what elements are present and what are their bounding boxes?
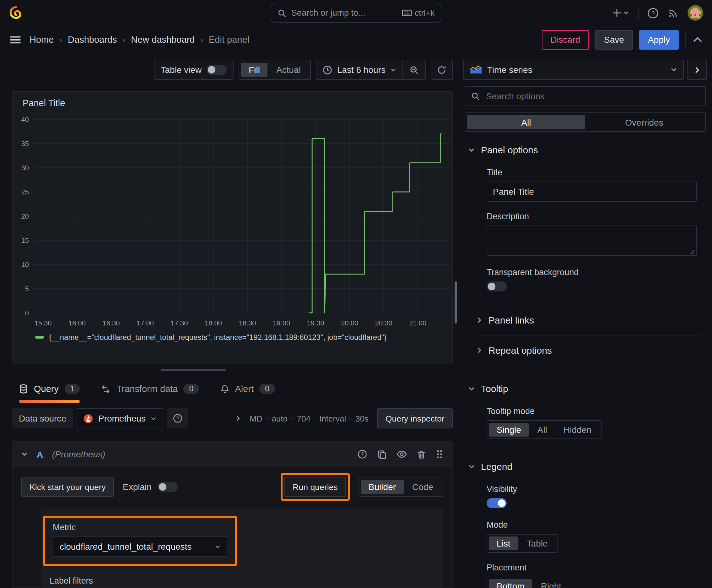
fill-option[interactable]: Fill [241,63,267,77]
copy-icon [377,449,387,459]
time-range-label: Last 6 hours [337,65,386,75]
grafana-logo[interactable] [9,6,23,20]
keyboard-icon [402,9,412,16]
tooltip-mode-hidden[interactable]: Hidden [556,423,599,437]
refresh-button[interactable] [431,60,453,80]
label-filters-label: Label filters [50,576,434,586]
hide-query-button[interactable] [397,450,407,459]
svg-text:?: ? [176,416,179,421]
svg-text:20: 20 [21,212,29,220]
zoom-out-icon [409,65,419,75]
explain-control: Explain [123,482,178,492]
user-avatar[interactable] [688,5,703,21]
tab-alert-count: 0 [259,384,275,394]
mega-menu-button[interactable] [9,34,22,45]
tooltip-header[interactable]: Tooltip [458,374,712,400]
legend-placement-right[interactable]: Right [533,579,569,588]
panel-preview[interactable]: Panel Title 051015202530354015:3016:0016… [12,91,453,364]
svg-text:19:00: 19:00 [273,319,290,327]
refresh-icon [437,65,447,75]
legend-mode-switcher: List Table [487,534,558,553]
datasource-picker[interactable]: Prometheus [77,408,163,428]
visualization-picker[interactable]: Time series [463,60,684,80]
actual-option[interactable]: Actual [269,63,308,77]
panel-options-header[interactable]: Panel options [458,136,712,162]
query-help-button[interactable]: ? [357,449,367,459]
tab-transform[interactable]: Transform data 0 [102,375,199,403]
run-queries-button[interactable]: Run queries [284,477,346,497]
global-search-input[interactable]: Search or jump to... ctrl+k [271,3,441,22]
query-row-header[interactable]: A (Prometheus) ? [13,442,452,467]
legend-body: Visibility Mode List Table Placement Bot… [458,484,712,588]
query-inspector-button[interactable]: Query inspector [377,408,453,428]
discard-button[interactable]: Discard [542,30,589,49]
apply-button[interactable]: Apply [639,30,679,49]
legend-mode-table[interactable]: Table [519,537,555,550]
code-option[interactable]: Code [405,480,441,494]
database-icon [19,384,28,394]
breadcrumb-new-dashboard[interactable]: New dashboard [131,35,195,45]
time-range-picker[interactable]: Last 6 hours [317,60,403,79]
time-series-icon [470,65,481,74]
zoom-out-button[interactable] [403,60,425,79]
options-tab-overrides[interactable]: Overrides [585,115,703,129]
tooltip-body: Tooltip mode Single All Hidden [458,406,712,443]
legend-visibility-toggle[interactable] [487,498,507,508]
table-view-toggle[interactable] [207,65,226,75]
chevron-down-icon [468,147,475,153]
legend-mode-list[interactable]: List [489,537,518,550]
repeat-options-section[interactable]: Repeat options [477,335,702,365]
svg-text:25: 25 [21,188,29,196]
duplicate-query-button[interactable] [377,449,387,459]
metric-value: cloudflared_tunnel_total_requests [60,542,192,551]
svg-text:15: 15 [21,236,29,244]
news-button[interactable] [667,7,679,19]
tab-query[interactable]: Query 1 [19,375,80,403]
description-textarea[interactable] [487,226,697,256]
save-button[interactable]: Save [595,30,633,49]
tooltip-mode-all[interactable]: All [530,423,555,437]
divider [638,6,639,20]
chevron-right-icon [694,66,700,73]
svg-text:5: 5 [25,285,29,293]
breadcrumb-home[interactable]: Home [29,35,54,45]
new-menu-button[interactable] [612,8,629,18]
drag-query-handle[interactable] [436,449,443,459]
help-button[interactable]: ? [647,7,659,19]
panel-title-input[interactable] [487,182,697,202]
chevron-right-icon[interactable] [235,415,241,422]
table-view-control: Table view [154,60,234,80]
tab-alert[interactable]: Alert 0 [220,375,275,403]
svg-text:20:30: 20:30 [375,319,392,327]
builder-option[interactable]: Builder [361,480,404,494]
collapse-header-button[interactable] [692,35,703,44]
toggle-viz-picker-button[interactable] [687,60,707,80]
legend-visibility-label: Visibility [487,484,697,494]
options-search-input[interactable] [485,90,699,102]
panel-links-section[interactable]: Panel links [477,305,702,335]
scrollbar-thumb[interactable] [455,281,457,323]
chevron-down-icon[interactable] [21,451,28,457]
title-label: Title [487,168,697,177]
time-series-chart[interactable]: 051015202530354015:3016:0016:3017:0017:3… [13,109,452,331]
options-tab-all[interactable]: All [467,115,585,129]
panel-resize-handle[interactable] [161,369,226,371]
svg-text:30: 30 [21,164,29,172]
options-search[interactable] [465,86,706,106]
visualization-row: Time series [458,54,712,80]
series-label[interactable]: {__name__="cloudflared_tunnel_total_requ… [49,333,386,342]
transparent-bg-toggle[interactable] [487,281,507,292]
tab-transform-count: 0 [184,384,199,394]
legend-header[interactable]: Legend [458,452,712,478]
datasource-help-button[interactable]: ? [167,408,188,428]
remove-query-button[interactable] [417,449,426,459]
bell-icon [220,384,229,394]
legend-placement-switcher: Bottom Right [487,577,571,588]
explain-toggle[interactable] [158,482,178,492]
kick-start-button[interactable]: Kick start your query [21,477,114,497]
tooltip-mode-single[interactable]: Single [489,423,528,437]
breadcrumb-dashboards[interactable]: Dashboards [68,35,117,45]
legend-placement-bottom[interactable]: Bottom [489,579,532,588]
metric-select[interactable]: cloudflared_tunnel_total_requests [53,537,227,556]
legend-mode-label: Mode [487,520,697,530]
